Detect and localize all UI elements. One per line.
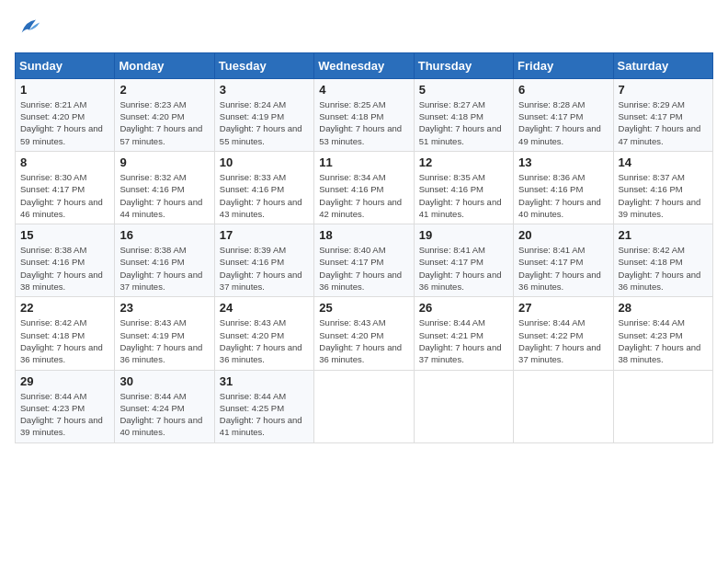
day-number: 2 — [119, 83, 209, 97]
calendar-cell: 9 Sunrise: 8:32 AMSunset: 4:16 PMDayligh… — [115, 151, 214, 224]
calendar-cell: 31 Sunrise: 8:44 AMSunset: 4:25 PMDaylig… — [214, 370, 313, 442]
logo-bird-icon — [17, 15, 42, 40]
calendar-header-row: SundayMondayTuesdayWednesdayThursdayFrid… — [16, 52, 713, 78]
calendar-cell: 23 Sunrise: 8:43 AMSunset: 4:19 PMDaylig… — [115, 297, 214, 370]
day-number: 26 — [419, 301, 508, 315]
day-number: 16 — [119, 228, 209, 242]
day-info: Sunrise: 8:44 AMSunset: 4:23 PMDaylight:… — [20, 391, 103, 438]
calendar-cell: 10 Sunrise: 8:33 AMSunset: 4:16 PMDaylig… — [214, 151, 313, 224]
calendar-cell: 19 Sunrise: 8:41 AMSunset: 4:17 PMDaylig… — [414, 224, 513, 297]
calendar-cell: 24 Sunrise: 8:43 AMSunset: 4:20 PMDaylig… — [214, 297, 313, 370]
calendar-week-row: 15 Sunrise: 8:38 AMSunset: 4:16 PMDaylig… — [16, 224, 713, 297]
day-info: Sunrise: 8:43 AMSunset: 4:20 PMDaylight:… — [220, 317, 302, 364]
day-number: 8 — [20, 155, 109, 169]
calendar-cell: 29 Sunrise: 8:44 AMSunset: 4:23 PMDaylig… — [16, 370, 115, 442]
col-header-friday: Friday — [514, 52, 613, 78]
day-number: 11 — [319, 155, 408, 169]
calendar-cell: 12 Sunrise: 8:35 AMSunset: 4:16 PMDaylig… — [414, 151, 513, 224]
day-info: Sunrise: 8:42 AMSunset: 4:18 PMDaylight:… — [20, 317, 103, 364]
calendar-cell: 21 Sunrise: 8:42 AMSunset: 4:18 PMDaylig… — [613, 224, 712, 297]
day-number: 10 — [220, 155, 309, 169]
day-number: 6 — [518, 83, 608, 97]
calendar-cell: 26 Sunrise: 8:44 AMSunset: 4:21 PMDaylig… — [414, 297, 513, 370]
day-info: Sunrise: 8:43 AMSunset: 4:20 PMDaylight:… — [319, 317, 402, 364]
day-number: 3 — [220, 83, 309, 97]
calendar-cell: 7 Sunrise: 8:29 AMSunset: 4:17 PMDayligh… — [613, 78, 712, 151]
col-header-monday: Monday — [115, 52, 214, 78]
calendar-cell: 8 Sunrise: 8:30 AMSunset: 4:17 PMDayligh… — [16, 151, 115, 224]
calendar-cell: 17 Sunrise: 8:39 AMSunset: 4:16 PMDaylig… — [214, 224, 313, 297]
day-info: Sunrise: 8:33 AMSunset: 4:16 PMDaylight:… — [220, 172, 302, 219]
day-info: Sunrise: 8:41 AMSunset: 4:17 PMDaylight:… — [419, 245, 502, 292]
calendar-cell: 13 Sunrise: 8:36 AMSunset: 4:16 PMDaylig… — [514, 151, 613, 224]
calendar-week-row: 1 Sunrise: 8:21 AMSunset: 4:20 PMDayligh… — [16, 78, 713, 151]
day-number: 27 — [518, 301, 608, 315]
day-number: 9 — [119, 155, 209, 169]
calendar-week-row: 22 Sunrise: 8:42 AMSunset: 4:18 PMDaylig… — [16, 297, 713, 370]
calendar-cell: 22 Sunrise: 8:42 AMSunset: 4:18 PMDaylig… — [16, 297, 115, 370]
day-info: Sunrise: 8:25 AMSunset: 4:18 PMDaylight:… — [319, 99, 402, 146]
day-number: 18 — [319, 228, 408, 242]
calendar-cell — [613, 370, 712, 442]
day-info: Sunrise: 8:34 AMSunset: 4:16 PMDaylight:… — [319, 172, 402, 219]
calendar-cell: 3 Sunrise: 8:24 AMSunset: 4:19 PMDayligh… — [214, 78, 313, 151]
calendar-cell: 28 Sunrise: 8:44 AMSunset: 4:23 PMDaylig… — [613, 297, 712, 370]
day-number: 7 — [619, 83, 708, 97]
day-info: Sunrise: 8:29 AMSunset: 4:17 PMDaylight:… — [619, 99, 701, 146]
day-info: Sunrise: 8:44 AMSunset: 4:21 PMDaylight:… — [419, 317, 502, 364]
day-info: Sunrise: 8:39 AMSunset: 4:16 PMDaylight:… — [220, 245, 302, 292]
day-number: 20 — [518, 228, 608, 242]
day-info: Sunrise: 8:38 AMSunset: 4:16 PMDaylight:… — [20, 245, 103, 292]
day-info: Sunrise: 8:44 AMSunset: 4:25 PMDaylight:… — [220, 391, 302, 438]
day-number: 1 — [20, 83, 109, 97]
day-info: Sunrise: 8:36 AMSunset: 4:16 PMDaylight:… — [518, 172, 601, 219]
day-info: Sunrise: 8:32 AMSunset: 4:16 PMDaylight:… — [119, 172, 202, 219]
col-header-saturday: Saturday — [613, 52, 712, 78]
calendar-cell: 27 Sunrise: 8:44 AMSunset: 4:22 PMDaylig… — [514, 297, 613, 370]
day-info: Sunrise: 8:42 AMSunset: 4:18 PMDaylight:… — [619, 245, 701, 292]
calendar-cell: 11 Sunrise: 8:34 AMSunset: 4:16 PMDaylig… — [314, 151, 414, 224]
day-number: 12 — [419, 155, 508, 169]
calendar-cell: 2 Sunrise: 8:23 AMSunset: 4:20 PMDayligh… — [115, 78, 214, 151]
day-info: Sunrise: 8:41 AMSunset: 4:17 PMDaylight:… — [518, 245, 601, 292]
day-number: 23 — [119, 301, 209, 315]
day-info: Sunrise: 8:37 AMSunset: 4:16 PMDaylight:… — [619, 172, 701, 219]
day-number: 24 — [220, 301, 309, 315]
day-info: Sunrise: 8:27 AMSunset: 4:18 PMDaylight:… — [419, 99, 502, 146]
day-number: 17 — [220, 228, 309, 242]
day-number: 28 — [619, 301, 708, 315]
col-header-wednesday: Wednesday — [314, 52, 414, 78]
calendar-week-row: 8 Sunrise: 8:30 AMSunset: 4:17 PMDayligh… — [16, 151, 713, 224]
calendar-cell: 15 Sunrise: 8:38 AMSunset: 4:16 PMDaylig… — [16, 224, 115, 297]
calendar-week-row: 29 Sunrise: 8:44 AMSunset: 4:23 PMDaylig… — [16, 370, 713, 442]
calendar-cell: 20 Sunrise: 8:41 AMSunset: 4:17 PMDaylig… — [514, 224, 613, 297]
calendar-cell: 14 Sunrise: 8:37 AMSunset: 4:16 PMDaylig… — [613, 151, 712, 224]
day-number: 25 — [319, 301, 408, 315]
day-info: Sunrise: 8:23 AMSunset: 4:20 PMDaylight:… — [119, 99, 202, 146]
day-info: Sunrise: 8:24 AMSunset: 4:19 PMDaylight:… — [220, 99, 302, 146]
day-info: Sunrise: 8:44 AMSunset: 4:24 PMDaylight:… — [119, 391, 202, 438]
day-number: 4 — [319, 83, 408, 97]
day-number: 22 — [20, 301, 109, 315]
page-header — [15, 15, 713, 45]
calendar-cell: 5 Sunrise: 8:27 AMSunset: 4:18 PMDayligh… — [414, 78, 513, 151]
day-number: 13 — [518, 155, 608, 169]
logo — [15, 15, 42, 45]
day-number: 15 — [20, 228, 109, 242]
day-number: 21 — [619, 228, 708, 242]
day-info: Sunrise: 8:43 AMSunset: 4:19 PMDaylight:… — [119, 317, 202, 364]
day-info: Sunrise: 8:30 AMSunset: 4:17 PMDaylight:… — [20, 172, 103, 219]
calendar-cell — [514, 370, 613, 442]
day-info: Sunrise: 8:28 AMSunset: 4:17 PMDaylight:… — [518, 99, 601, 146]
day-number: 31 — [220, 374, 309, 388]
calendar-cell: 16 Sunrise: 8:38 AMSunset: 4:16 PMDaylig… — [115, 224, 214, 297]
day-info: Sunrise: 8:44 AMSunset: 4:23 PMDaylight:… — [619, 317, 701, 364]
col-header-thursday: Thursday — [414, 52, 513, 78]
col-header-sunday: Sunday — [16, 52, 115, 78]
day-info: Sunrise: 8:44 AMSunset: 4:22 PMDaylight:… — [518, 317, 601, 364]
calendar-cell: 6 Sunrise: 8:28 AMSunset: 4:17 PMDayligh… — [514, 78, 613, 151]
day-number: 14 — [619, 155, 708, 169]
calendar-cell: 1 Sunrise: 8:21 AMSunset: 4:20 PMDayligh… — [16, 78, 115, 151]
col-header-tuesday: Tuesday — [214, 52, 313, 78]
day-number: 5 — [419, 83, 508, 97]
